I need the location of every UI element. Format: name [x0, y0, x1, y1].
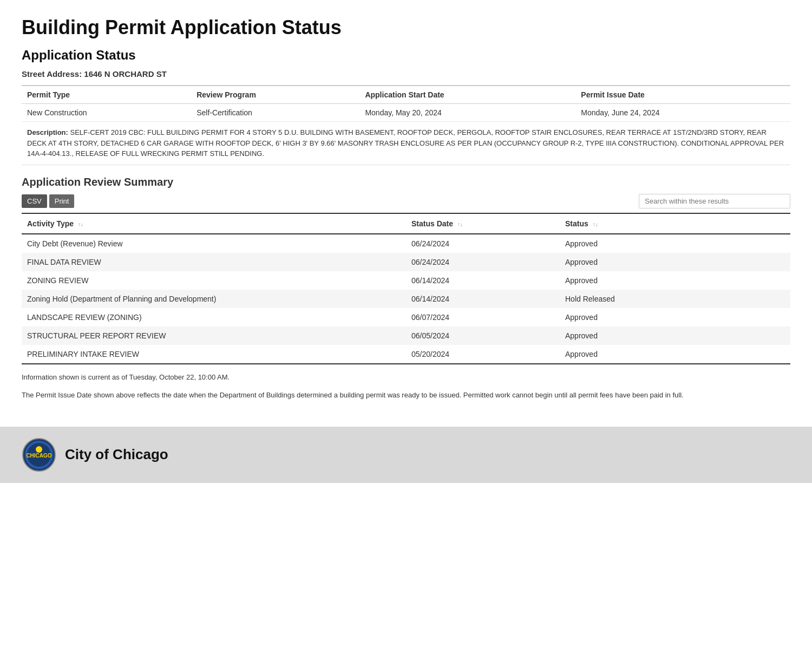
- table-row: City Debt (Revenue) Review06/24/2024Appr…: [22, 234, 790, 253]
- app-start-date-value: Monday, May 20, 2024: [359, 104, 575, 122]
- permit-issue-date-value: Monday, June 24, 2024: [575, 104, 790, 122]
- table-row: LANDSCAPE REVIEW (ZONING)06/07/2024Appro…: [22, 308, 790, 327]
- table-row: FINAL DATA REVIEW06/24/2024Approved: [22, 253, 790, 271]
- status-cell: Approved: [560, 253, 790, 271]
- status-cell: Approved: [560, 271, 790, 290]
- status-date-cell: 05/20/2024: [406, 345, 560, 364]
- status-cell: Approved: [560, 234, 790, 253]
- search-input[interactable]: [639, 194, 790, 208]
- status-date-cell: 06/05/2024: [406, 327, 560, 345]
- review-program-value: Self-Certification: [191, 104, 359, 122]
- description-text: SELF-CERT 2019 CBC: FULL BUILDING PERMIT…: [27, 128, 784, 158]
- permit-type-value: New Construction: [22, 104, 191, 122]
- permit-issue-date-header: Permit Issue Date: [575, 86, 790, 104]
- current-as-of-text: Information shown is current as of Tuesd…: [22, 372, 790, 383]
- status-cell: Approved: [560, 327, 790, 345]
- status-date-sort-icon[interactable]: ↑↓: [457, 221, 463, 227]
- review-summary-title: Application Review Summary: [22, 176, 790, 188]
- activity-type-cell: PRELIMINARY INTAKE REVIEW: [22, 345, 406, 364]
- table-row: STRUCTURAL PEER REPORT REVIEW06/05/2024A…: [22, 327, 790, 345]
- activity-type-cell: LANDSCAPE REVIEW (ZONING): [22, 308, 406, 327]
- status-cell: Approved: [560, 345, 790, 364]
- permit-note-text: The Permit Issue Date shown above reflec…: [22, 390, 790, 401]
- activity-type-cell: FINAL DATA REVIEW: [22, 253, 406, 271]
- table-row: Zoning Hold (Department of Planning and …: [22, 290, 790, 308]
- csv-button[interactable]: CSV: [22, 194, 47, 208]
- activity-type-cell: ZONING REVIEW: [22, 271, 406, 290]
- table-row: ZONING REVIEW06/14/2024Approved: [22, 271, 790, 290]
- page-title: Building Permit Application Status: [22, 16, 790, 39]
- status-cell: Hold Released: [560, 290, 790, 308]
- svg-text:CHICAGO: CHICAGO: [26, 453, 51, 459]
- description-label: Description:: [27, 128, 68, 136]
- print-button[interactable]: Print: [49, 194, 75, 208]
- status-date-cell: 06/07/2024: [406, 308, 560, 327]
- section-title: Application Status: [22, 48, 790, 63]
- activity-type-cell: City Debt (Revenue) Review: [22, 234, 406, 253]
- street-address: Street Address: 1646 N ORCHARD ST: [22, 69, 790, 79]
- review-program-header: Review Program: [191, 86, 359, 104]
- status-date-cell: 06/24/2024: [406, 253, 560, 271]
- footer: CHICAGO City of Chicago: [0, 427, 812, 483]
- toolbar-left: CSV Print: [22, 194, 74, 208]
- status-cell: Approved: [560, 308, 790, 327]
- status-date-cell: 06/24/2024: [406, 234, 560, 253]
- main-content: Building Permit Application Status Appli…: [0, 0, 812, 416]
- status-date-cell: 06/14/2024: [406, 271, 560, 290]
- street-address-value: 1646 N ORCHARD ST: [84, 69, 167, 79]
- street-address-label: Street Address:: [22, 69, 82, 79]
- review-table: Activity Type ↑↓ Status Date ↑↓ Status ↑…: [22, 213, 790, 364]
- activity-type-cell: STRUCTURAL PEER REPORT REVIEW: [22, 327, 406, 345]
- toolbar: CSV Print: [22, 194, 790, 208]
- status-date-header: Status Date ↑↓: [406, 213, 560, 234]
- description-block: Description: SELF-CERT 2019 CBC: FULL BU…: [22, 122, 790, 165]
- activity-type-cell: Zoning Hold (Department of Planning and …: [22, 290, 406, 308]
- activity-type-header: Activity Type ↑↓: [22, 213, 406, 234]
- permit-type-header: Permit Type: [22, 86, 191, 104]
- activity-sort-icon[interactable]: ↑↓: [78, 221, 83, 227]
- table-row: PRELIMINARY INTAKE REVIEW05/20/2024Appro…: [22, 345, 790, 364]
- app-start-date-header: Application Start Date: [359, 86, 575, 104]
- status-date-cell: 06/14/2024: [406, 290, 560, 308]
- city-logo: CHICAGO: [22, 438, 56, 472]
- city-name: City of Chicago: [65, 446, 168, 463]
- status-header: Status ↑↓: [560, 213, 790, 234]
- status-sort-icon[interactable]: ↑↓: [593, 221, 598, 227]
- permit-table: Permit Type Review Program Application S…: [22, 85, 790, 122]
